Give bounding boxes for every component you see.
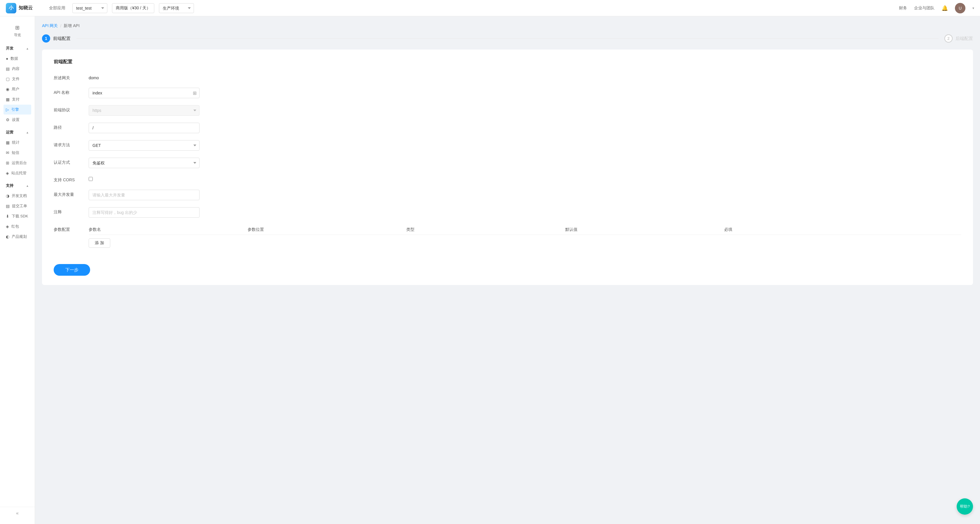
breadcrumb: API 网关 / 新增 API [42, 23, 973, 29]
breadcrumb-current: 新增 API [64, 23, 80, 29]
grid-icon: ⊞ [15, 24, 19, 31]
sdk-icon: ⬇ [6, 214, 10, 219]
protocol-control: https http [89, 105, 199, 116]
help-button[interactable]: 帮助? [957, 499, 973, 514]
protocol-select[interactable]: https http [89, 105, 199, 116]
logo-text: 知晓云 [19, 5, 33, 11]
auth-control: 免鉴权 JWT OAuth2 [89, 158, 199, 168]
ops-section-arrow-icon: ▲ [26, 131, 29, 134]
app-select[interactable]: test_test [72, 3, 107, 13]
sidebar-collapse-btn[interactable]: « [0, 507, 35, 519]
sidebar-item-settings[interactable]: ⚙ 设置 [3, 115, 31, 125]
nav-center: 全部应用 test_test 商用版（¥30 / 天） 生产环境 测试环境 [47, 3, 899, 13]
sidebar-item-site-hosting[interactable]: ◈ 站点托管 [3, 168, 31, 178]
form-row-path: 路径 [54, 123, 961, 133]
breadcrumb-separator: / [60, 24, 61, 28]
method-select[interactable]: GET POST PUT DELETE PATCH [89, 140, 199, 151]
avatar[interactable]: U [955, 3, 966, 13]
step-1: 1 前端配置 [42, 34, 71, 43]
stepper: 1 前端配置 2 后端配置 [42, 34, 973, 43]
params-config-area: 参数名 参数位置 类型 默认值 必填 添 加 [89, 225, 961, 248]
comment-input[interactable] [89, 207, 199, 218]
gateway-value: domo [89, 73, 99, 80]
engine-icon: ▷ [6, 107, 9, 112]
next-btn-wrapper: 下一步 [54, 255, 961, 276]
path-input[interactable] [89, 123, 199, 133]
api-name-label: API 名称 [54, 88, 89, 95]
auth-select[interactable]: 免鉴权 JWT OAuth2 [89, 158, 199, 168]
sidebar: ⊞ 导览 开发 ▲ ● 数据 ▤ 内容 ▢ 文件 ◉ 用户 ▦ 支付 ▷ 引擎 [0, 16, 35, 524]
ops-backend-icon: ⊞ [6, 160, 10, 165]
next-step-button[interactable]: 下一步 [54, 264, 90, 276]
concurrency-label: 最大并发量 [54, 190, 89, 197]
avatar-chevron-icon[interactable]: ▾ [972, 6, 974, 10]
protocol-label: 前端协议 [54, 105, 89, 113]
sidebar-item-pay[interactable]: ▦ 支付 [3, 94, 31, 104]
method-control: GET POST PUT DELETE PATCH [89, 140, 199, 151]
path-label: 路径 [54, 123, 89, 130]
add-param-button[interactable]: 添 加 [89, 238, 110, 248]
stats-icon: ▦ [6, 140, 10, 145]
sidebar-item-file[interactable]: ▢ 文件 [3, 74, 31, 84]
main-content: API 网关 / 新增 API 1 前端配置 2 后端配置 前端配置 所述网关 … [35, 16, 980, 524]
support-section-arrow-icon: ▲ [26, 184, 29, 187]
cors-checkbox[interactable] [89, 177, 93, 181]
sidebar-section-ops-title[interactable]: 运营 ▲ [3, 127, 31, 137]
sidebar-item-stats[interactable]: ▦ 统计 [3, 138, 31, 148]
form-row-comment: 注释 [54, 207, 961, 218]
file-icon: ▢ [6, 77, 10, 81]
form-row-protocol: 前端协议 https http [54, 105, 961, 116]
sidebar-section-dev-title[interactable]: 开发 ▲ [3, 43, 31, 53]
top-nav: 小 知晓云 全部应用 test_test 商用版（¥30 / 天） 生产环境 测… [0, 0, 980, 16]
method-select-wrapper: GET POST PUT DELETE PATCH [89, 140, 199, 151]
roadmap-icon: ◐ [6, 234, 10, 239]
sidebar-nav-guide[interactable]: ⊞ 导览 [0, 21, 35, 41]
docs-icon: ◑ [6, 194, 10, 198]
params-col-type: 类型 [406, 227, 563, 232]
auth-label: 认证方式 [54, 158, 89, 165]
sidebar-item-sdk[interactable]: ⬇ 下载 SDK [3, 211, 31, 221]
path-control [89, 123, 199, 133]
nav-right: 财务 企业与团队 🔔 U ▾ [899, 3, 974, 13]
form-row-gateway: 所述网关 domo [54, 73, 961, 81]
sidebar-item-redpacket[interactable]: ◈ 红包 [3, 221, 31, 232]
gateway-label: 所述网关 [54, 73, 89, 81]
step-1-circle: 1 [42, 34, 50, 43]
logo-icon: 小 [6, 3, 16, 13]
auth-select-wrapper: 免鉴权 JWT OAuth2 [89, 158, 199, 168]
concurrency-input[interactable] [89, 190, 199, 200]
form-section-title: 前端配置 [54, 59, 961, 65]
cors-control [89, 175, 199, 181]
sidebar-item-data[interactable]: ● 数据 [3, 54, 31, 64]
cors-label: 支持 CORS [54, 175, 89, 183]
sidebar-section-ops: 运营 ▲ ▦ 统计 ✉ 短信 ⊞ 运营后台 ◈ 站点托管 [0, 127, 35, 178]
copy-icon[interactable]: ⊞ [193, 91, 197, 96]
sidebar-item-roadmap[interactable]: ◐ 产品规划 [3, 232, 31, 241]
sms-icon: ✉ [6, 150, 10, 155]
params-header: 参数名 参数位置 类型 默认值 必填 [89, 225, 961, 235]
plan-badge[interactable]: 商用版（¥30 / 天） [112, 3, 154, 13]
api-name-input[interactable] [89, 88, 199, 98]
settings-icon: ⚙ [6, 118, 10, 122]
enterprise-link[interactable]: 企业与团队 [914, 6, 934, 11]
form-row-cors: 支持 CORS [54, 175, 961, 183]
sidebar-section-support-title[interactable]: 支持 ▲ [3, 181, 31, 191]
sidebar-item-engine[interactable]: ▷ 引擎 [3, 105, 31, 114]
step-2-circle: 2 [944, 34, 953, 43]
params-label: 参数配置 [54, 225, 89, 232]
sidebar-item-ticket[interactable]: ▤ 提交工单 [3, 201, 31, 211]
all-apps-link[interactable]: 全部应用 [47, 4, 68, 12]
form-row-params: 参数配置 参数名 参数位置 类型 默认值 必填 添 加 [54, 225, 961, 248]
protocol-select-wrapper: https http [89, 105, 199, 116]
sidebar-item-ops-backend[interactable]: ⊞ 运营后台 [3, 158, 31, 168]
api-name-input-wrapper: ⊞ [89, 88, 199, 98]
bell-icon[interactable]: 🔔 [942, 5, 948, 11]
cors-checkbox-wrapper [89, 175, 199, 181]
breadcrumb-parent[interactable]: API 网关 [42, 23, 58, 29]
sidebar-item-content[interactable]: ▤ 内容 [3, 64, 31, 74]
sidebar-item-sms[interactable]: ✉ 短信 [3, 148, 31, 158]
env-select[interactable]: 生产环境 测试环境 [159, 3, 194, 13]
sidebar-item-user[interactable]: ◉ 用户 [3, 84, 31, 94]
finance-link[interactable]: 财务 [899, 6, 907, 11]
sidebar-item-docs[interactable]: ◑ 开发文档 [3, 191, 31, 201]
